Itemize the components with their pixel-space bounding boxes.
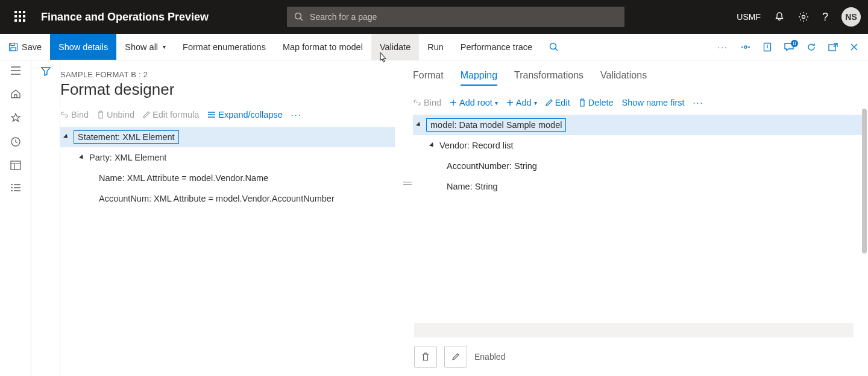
app-title: Finance and Operations Preview (41, 11, 209, 24)
tree-node-label: Name: XML Attribute = model.Vendor.Name (99, 173, 268, 183)
page-title: Format designer (60, 80, 395, 99)
ribbon-search-button[interactable] (541, 34, 567, 60)
bottom-bar: Enabled (414, 346, 505, 368)
avatar[interactable]: NS (841, 7, 861, 27)
org-label[interactable]: USMF (737, 12, 761, 22)
filter-icon[interactable] (40, 66, 51, 76)
tab-format[interactable]: Format (413, 70, 444, 86)
left-more-button[interactable]: ··· (291, 110, 302, 119)
main: SAMPLE FORMAT B : 2 Format designer Bind… (0, 60, 868, 376)
bell-icon[interactable] (774, 11, 785, 22)
tree-node-label: Party: XML Element (89, 153, 166, 162)
edit-button[interactable]: Edit (546, 98, 570, 107)
bind-button[interactable]: Bind (60, 110, 89, 119)
right-more-button[interactable]: ··· (693, 98, 704, 107)
chevron-down-icon: ▾ (534, 100, 537, 106)
format-enumerations-button[interactable]: Format enumerations (174, 34, 274, 60)
left-rail (0, 60, 31, 376)
svg-point-0 (295, 13, 301, 19)
tree-node-label: AccountNumber: String (447, 161, 537, 171)
close-icon[interactable] (850, 43, 858, 51)
workspace-icon[interactable] (10, 161, 21, 170)
trash-icon (421, 352, 430, 362)
save-button[interactable]: Save (0, 34, 50, 60)
edit-formula-button[interactable]: Edit formula (143, 110, 199, 119)
top-bar: Finance and Operations Preview Search fo… (0, 0, 868, 34)
svg-point-2 (802, 16, 805, 19)
delete-icon-button[interactable] (414, 346, 437, 368)
show-name-first-button[interactable]: Show name first (622, 98, 685, 107)
right-toolbar: Bind Add root▾ Add▾ Edit Delete (413, 98, 862, 107)
svg-line-7 (555, 48, 558, 51)
home-icon[interactable] (10, 88, 21, 99)
splitter-handle[interactable]: || (403, 181, 413, 185)
right-pane: || Format Mapping Transformations Valida… (407, 60, 868, 376)
waffle-icon[interactable] (14, 11, 27, 23)
svg-line-1 (300, 18, 303, 21)
format-tree: Statement: XML Element Party: XML Elemen… (60, 127, 395, 209)
tree-node-party[interactable]: Party: XML Element (60, 147, 395, 168)
tree-node-label: Statement: XML Element (74, 130, 179, 144)
options-icon[interactable] (740, 42, 751, 52)
validate-button[interactable]: Validate (371, 34, 419, 60)
help-icon[interactable]: ? (822, 11, 828, 24)
add-root-button[interactable]: Add root▾ (450, 98, 498, 107)
tree-node-statement[interactable]: Statement: XML Element (60, 127, 395, 147)
left-pane: SAMPLE FORMAT B : 2 Format designer Bind… (60, 60, 407, 376)
tree-node-accountnumber[interactable]: AccountNumber: String (413, 156, 862, 176)
hamburger-icon[interactable] (10, 66, 21, 75)
r-bind-button[interactable]: Bind (413, 98, 441, 107)
tree-node-name2[interactable]: Name: String (413, 176, 862, 197)
search-placeholder: Search for a page (310, 12, 377, 22)
tab-transformations[interactable]: Transformations (514, 70, 583, 86)
modules-icon[interactable] (10, 183, 21, 192)
caret-icon (429, 142, 435, 148)
plus-icon (506, 99, 514, 106)
show-all-button[interactable]: Show all▾ (116, 34, 174, 60)
refresh-icon[interactable] (807, 42, 816, 52)
open-new-window-icon[interactable] (828, 43, 838, 51)
unbind-button[interactable]: Unbind (97, 110, 134, 119)
tree-node-name[interactable]: Name: XML Attribute = model.Vendor.Name (60, 168, 395, 188)
bottom-strip (414, 323, 854, 337)
svg-rect-5 (11, 48, 16, 51)
svg-rect-9 (829, 45, 835, 51)
favorites-icon[interactable] (10, 112, 21, 123)
more-icon[interactable]: ··· (717, 42, 728, 52)
tree-node-vendor[interactable]: Vendor: Record list (413, 135, 862, 156)
messages-badge: 0 (791, 40, 798, 47)
performance-trace-button[interactable]: Performance trace (452, 34, 541, 60)
trash-icon (579, 98, 586, 107)
link-icon (413, 99, 421, 106)
expand-collapse-button[interactable]: Expand/collapse (207, 110, 282, 119)
tree-node-model[interactable]: model: Data model Sample model (413, 115, 862, 135)
caret-icon (79, 155, 85, 161)
tab-validations[interactable]: Validations (600, 70, 647, 86)
tree-node-accountnum[interactable]: AccountNum: XML Attribute = model.Vendor… (60, 188, 395, 209)
enabled-label: Enabled (474, 352, 505, 362)
pencil-icon (546, 99, 553, 106)
chevron-down-icon: ▾ (495, 100, 498, 106)
map-format-to-model-button[interactable]: Map format to model (274, 34, 371, 60)
recent-icon[interactable] (10, 136, 21, 147)
delete-button[interactable]: Delete (579, 98, 614, 107)
pencil-icon (143, 111, 150, 118)
filter-rail (31, 60, 60, 376)
svg-rect-4 (11, 43, 14, 45)
messages-icon[interactable]: 0 (784, 42, 794, 52)
show-details-button[interactable]: Show details (50, 34, 116, 60)
left-toolbar: Bind Unbind Edit formula Expand/collapse… (60, 110, 395, 119)
breadcrumb: SAMPLE FORMAT B : 2 (60, 70, 395, 79)
attach-icon[interactable] (763, 42, 772, 52)
tab-mapping[interactable]: Mapping (461, 70, 497, 86)
edit-icon-button[interactable] (444, 346, 467, 368)
scrollbar[interactable] (862, 109, 867, 253)
tree-node-label: AccountNum: XML Attribute = model.Vendor… (99, 194, 335, 203)
run-button[interactable]: Run (419, 34, 452, 60)
gear-icon[interactable] (798, 11, 809, 22)
save-icon (8, 42, 18, 52)
svg-point-6 (550, 43, 556, 49)
search-input[interactable]: Search for a page (287, 7, 624, 27)
mapping-tree: model: Data model Sample model Vendor: R… (413, 115, 862, 197)
add-button[interactable]: Add▾ (506, 98, 537, 107)
